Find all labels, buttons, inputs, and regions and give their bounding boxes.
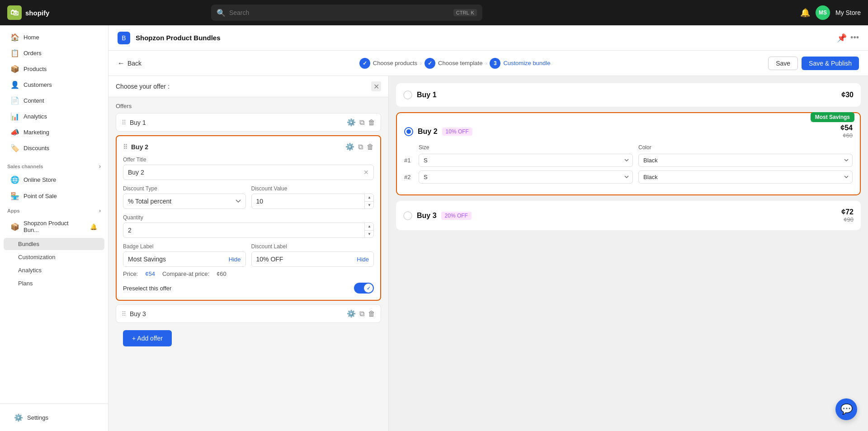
drag-handle-buy1[interactable]: ⠿: [122, 119, 126, 126]
sidebar-item-discounts[interactable]: 🏷️ Discounts: [4, 140, 104, 156]
delete-buy1-icon[interactable]: 🗑: [368, 118, 375, 127]
sidebar-item-shopzon[interactable]: 📦 Shopzon Product Bun... 🔔: [4, 216, 104, 237]
close-offer-header-button[interactable]: ✕: [371, 81, 381, 91]
badge-label-wrapper: Hide: [123, 251, 246, 267]
drag-handle-buy2[interactable]: ⠿: [123, 143, 127, 151]
radio-buy1[interactable]: [403, 90, 412, 99]
offer-title-clear-icon[interactable]: ✕: [363, 169, 369, 176]
discount-value-input[interactable]: [251, 194, 374, 209]
sidebar-item-point-of-sale[interactable]: 🏪 Point of Sale: [4, 188, 104, 204]
preview-price-strike-buy2: ¢60: [840, 132, 853, 139]
sidebar-sub-bundles[interactable]: Bundles: [4, 238, 104, 250]
sidebar-item-marketing[interactable]: 📣 Marketing: [4, 124, 104, 140]
settings-buy1-icon[interactable]: ⚙️: [347, 118, 356, 127]
preview-card-buy3: Buy 3 20% OFF ¢72 ¢90: [396, 201, 861, 230]
wizard-steps: Choose products › Choose template › 3 Cu…: [145, 58, 764, 69]
online-store-icon: 🌐: [11, 175, 19, 184]
variant-size-select-2[interactable]: S: [419, 171, 633, 184]
pin-icon[interactable]: 📌: [837, 33, 847, 43]
variant-row-header: Size Color: [404, 144, 853, 152]
offer-expanded-buy2: ⠿ Buy 2 ⚙️ ⧉ 🗑 Offer Title: [116, 135, 381, 301]
preselect-toggle[interactable]: [354, 283, 374, 294]
badge-label-input[interactable]: [123, 252, 224, 266]
discount-type-select[interactable]: % Total percent: [123, 194, 246, 209]
sidebar-item-customers[interactable]: 👤 Customers: [4, 77, 104, 92]
copy-buy1-icon[interactable]: ⧉: [359, 118, 364, 127]
sales-channels-expand-icon[interactable]: ›: [99, 163, 101, 170]
badge-label-label: Badge Label: [123, 243, 246, 250]
radio-buy2[interactable]: [404, 127, 413, 136]
quantity-down[interactable]: ▼: [365, 231, 374, 238]
shopify-logo-icon: 🛍: [7, 5, 22, 20]
sidebar-item-products[interactable]: 📦 Products: [4, 61, 104, 76]
discount-hide-button[interactable]: Hide: [352, 252, 373, 266]
apps-expand-icon[interactable]: ›: [99, 208, 101, 214]
variant-size-select-1[interactable]: S: [419, 154, 633, 167]
products-icon: 📦: [11, 65, 19, 73]
sidebar-sub-analytics[interactable]: Analytics: [4, 264, 104, 276]
top-navigation: 🛍 shopify 🔍 CTRL K 🔔 MS My Store: [0, 0, 868, 25]
preview-price-strike-buy3: ¢90: [841, 216, 854, 223]
app-title: Shopzon Product Bundles: [136, 34, 221, 42]
sidebar: 🏠 Home 📋 Orders 📦 Products 👤 Customers 📄…: [0, 25, 108, 431]
copy-buy2-icon[interactable]: ⧉: [358, 143, 363, 151]
price-label: Price:: [123, 270, 138, 277]
more-options-icon[interactable]: •••: [850, 33, 859, 43]
size-col-header: Size: [419, 144, 633, 151]
preview-badge-buy2: 10% OFF: [442, 128, 472, 136]
apps-section: Apps ›: [0, 204, 108, 216]
search-input[interactable]: [229, 9, 450, 16]
sidebar-item-online-store[interactable]: 🌐 Online Store: [4, 172, 104, 187]
discount-type-label: Discount Type: [123, 185, 246, 192]
offer-title-label: Offer Title: [123, 156, 374, 163]
settings-buy2-icon[interactable]: ⚙️: [345, 142, 354, 151]
sidebar-item-orders[interactable]: 📋 Orders: [4, 45, 104, 61]
app-icon: B: [118, 32, 130, 44]
shopzon-bell-icon: 🔔: [90, 223, 97, 230]
sidebar-label-shopzon: Shopzon Product Bun...: [24, 220, 85, 233]
offer-title-input[interactable]: [128, 169, 363, 176]
quantity-up[interactable]: ▲: [365, 223, 374, 231]
buy2-expanded-title: Buy 2: [131, 143, 148, 151]
right-panel: Buy 1 ¢30 Most Savings Buy 2 10% OF: [389, 76, 868, 431]
compare-at-price-label: Compare-at price:: [162, 270, 209, 277]
sidebar-item-content[interactable]: 📄 Content: [4, 93, 104, 108]
delete-buy2-icon[interactable]: 🗑: [367, 143, 374, 151]
search-bar[interactable]: 🔍 CTRL K: [211, 5, 482, 21]
back-label: Back: [127, 60, 142, 67]
notification-bell-icon[interactable]: 🔔: [800, 8, 810, 18]
sidebar-item-settings[interactable]: ⚙️ Settings: [7, 410, 101, 425]
sidebar-item-home[interactable]: 🏠 Home: [4, 29, 104, 45]
quantity-input[interactable]: [123, 223, 374, 238]
sidebar-item-analytics[interactable]: 📊 Analytics: [4, 109, 104, 124]
price-value: ¢54: [145, 270, 155, 277]
copy-buy3-icon[interactable]: ⧉: [359, 310, 364, 318]
discount-label-input[interactable]: [252, 252, 353, 266]
discount-value-down[interactable]: ▼: [365, 202, 374, 209]
drag-handle-buy3[interactable]: ⠿: [122, 310, 126, 317]
save-publish-button[interactable]: Save & Publish: [802, 57, 859, 70]
back-button[interactable]: ← Back: [118, 59, 142, 67]
settings-buy3-icon[interactable]: ⚙️: [347, 309, 356, 318]
discount-value-up[interactable]: ▲: [365, 194, 374, 202]
save-button[interactable]: Save: [768, 57, 798, 70]
chat-button[interactable]: 💬: [835, 398, 857, 420]
sidebar-label-online-store: Online Store: [24, 176, 56, 183]
sidebar-sub-plans[interactable]: Plans: [4, 277, 104, 289]
step-circle-2: [425, 58, 435, 69]
variant-row-1: #1 S Black: [404, 154, 853, 167]
step-circle-3: 3: [490, 58, 500, 69]
variant-color-select-2[interactable]: Black: [638, 171, 853, 184]
step-label-2: Choose template: [438, 60, 482, 66]
badge-hide-button[interactable]: Hide: [224, 252, 245, 266]
shopify-wordmark: shopify: [25, 9, 49, 17]
radio-buy3[interactable]: [403, 211, 412, 220]
delete-buy3-icon[interactable]: 🗑: [368, 310, 375, 318]
variant-color-select-1[interactable]: Black: [638, 154, 853, 167]
add-offer-button[interactable]: + Add offer: [123, 330, 172, 346]
sidebar-sub-customization[interactable]: Customization: [4, 251, 104, 263]
preview-price-buy3: ¢72: [841, 208, 854, 216]
sidebar-label-discounts: Discounts: [24, 145, 49, 152]
content-icon: 📄: [11, 96, 19, 104]
quantity-arrows: ▲ ▼: [364, 223, 374, 238]
